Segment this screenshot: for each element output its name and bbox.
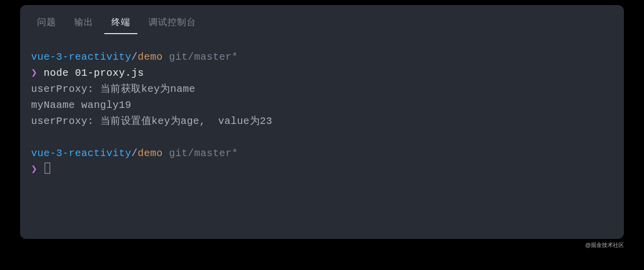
path-slash: /	[131, 148, 138, 159]
git-branch: git/master*	[163, 148, 238, 159]
command-text: node 01-proxy.js	[38, 67, 144, 79]
watermark-text: @掘金技术社区	[585, 241, 624, 249]
prompt-symbol: ❯	[31, 67, 38, 79]
prompt-symbol: ❯	[31, 164, 38, 175]
terminal-panel: 问题 输出 终端 调试控制台 vue-3-reactivity/demo git…	[20, 5, 624, 239]
terminal-content[interactable]: vue-3-reactivity/demo git/master* ❯ node…	[20, 34, 624, 186]
dir-name: demo	[138, 51, 163, 63]
command-line: ❯ node 01-proxy.js	[31, 65, 613, 81]
tab-debug-console[interactable]: 调试控制台	[141, 13, 203, 34]
tab-output[interactable]: 输出	[67, 13, 100, 34]
blank-line	[31, 129, 613, 146]
tab-terminal[interactable]: 终端	[104, 13, 137, 34]
prompt-path-line: vue-3-reactivity/demo git/master*	[31, 49, 613, 65]
prompt-path-line-2: vue-3-reactivity/demo git/master*	[31, 146, 613, 162]
repo-name: vue-3-reactivity	[31, 51, 131, 63]
output-line-2: myNaame wangly19	[31, 97, 613, 113]
git-branch: git/master*	[163, 51, 238, 63]
repo-name: vue-3-reactivity	[31, 148, 131, 159]
cursor-icon	[45, 163, 50, 174]
prompt-line-2: ❯	[31, 162, 613, 178]
tab-problems[interactable]: 问题	[30, 13, 63, 34]
output-line-3: userProxy: 当前设置值key为age, value为23	[31, 113, 613, 129]
dir-name: demo	[138, 148, 163, 159]
path-slash: /	[131, 51, 138, 63]
output-line-1: userProxy: 当前获取key为name	[31, 81, 613, 97]
panel-tabs: 问题 输出 终端 调试控制台	[20, 9, 624, 34]
